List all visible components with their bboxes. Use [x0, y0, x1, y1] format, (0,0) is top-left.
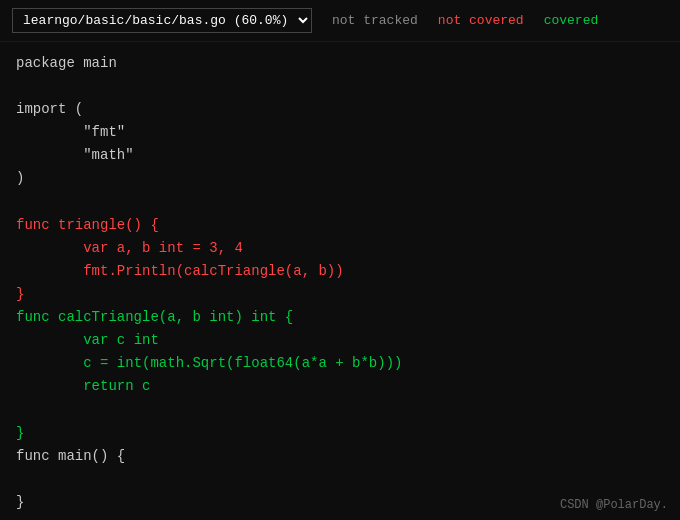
code-line: func calcTriangle(a, b int) int {: [16, 306, 664, 329]
code-line: [16, 398, 664, 421]
code-area: package main import ( "fmt" "math") func…: [0, 42, 680, 520]
code-line: var a, b int = 3, 4: [16, 237, 664, 260]
code-line: }: [16, 283, 664, 306]
footer: CSDN @PolarDay.: [560, 498, 668, 512]
code-line: func main() {: [16, 445, 664, 468]
code-line: c = int(math.Sqrt(float64(a*a + b*b))): [16, 352, 664, 375]
footer-text: CSDN @PolarDay.: [560, 498, 668, 512]
code-line: [16, 75, 664, 98]
legend-not-covered: not covered: [438, 13, 524, 28]
code-line: var c int: [16, 329, 664, 352]
code-line: [16, 191, 664, 214]
header: learngo/basic/basic/bas.go (60.0%) not t…: [0, 0, 680, 42]
legend-not-tracked: not tracked: [332, 13, 418, 28]
code-line: "fmt": [16, 121, 664, 144]
code-line: "math": [16, 144, 664, 167]
code-line: func triangle() {: [16, 214, 664, 237]
code-line: import (: [16, 98, 664, 121]
code-line: [16, 468, 664, 491]
file-select[interactable]: learngo/basic/basic/bas.go (60.0%): [12, 8, 312, 33]
code-line: }: [16, 422, 664, 445]
code-line: ): [16, 167, 664, 190]
code-line: fmt.Println(calcTriangle(a, b)): [16, 260, 664, 283]
code-line: return c: [16, 375, 664, 398]
code-line: package main: [16, 52, 664, 75]
legend-covered: covered: [544, 13, 599, 28]
